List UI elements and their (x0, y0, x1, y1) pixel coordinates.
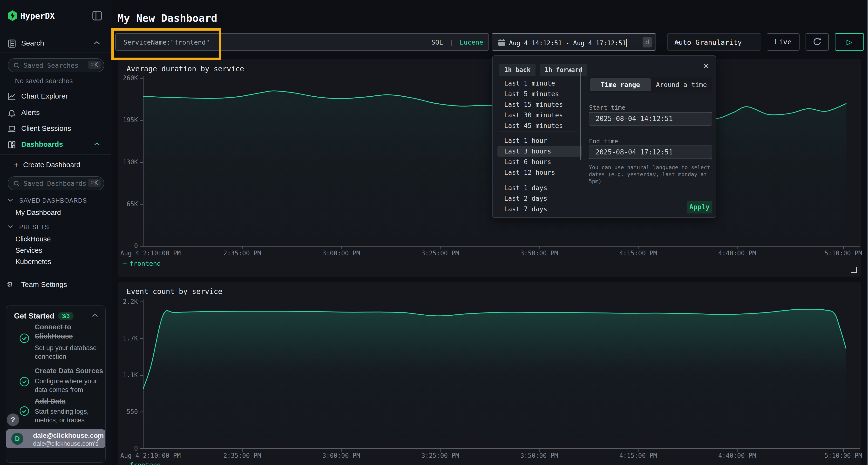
sidebar-item-label: Chart Explorer (21, 92, 68, 100)
time-option-last-12-hours[interactable]: Last 12 hours (497, 167, 582, 178)
sidebar-item-client-sessions[interactable]: Client Sessions (0, 121, 111, 137)
x-axis-tick-label: 4:15:00 PM (612, 452, 665, 459)
y-axis-tick-label: 195K (115, 117, 138, 124)
refresh-button[interactable] (806, 33, 829, 51)
saved-dashboards-section-toggle[interactable]: SAVED DASHBOARDS (7, 197, 87, 204)
close-icon[interactable]: × (703, 60, 709, 72)
chevron-up-icon[interactable] (92, 313, 98, 318)
time-option-last-3-hours[interactable]: Last 3 hours (497, 146, 582, 157)
user-menu[interactable]: D dale@clickhouse.com dale@clickhouse.co… (6, 429, 105, 448)
sidebar-item-label: Search (21, 39, 44, 47)
x-axis-tick-label: 3:00:00 PM (315, 452, 368, 459)
granularity-select[interactable]: Auto Granularity (667, 33, 761, 51)
sidebar-item-chart-explorer[interactable]: Chart Explorer (0, 89, 111, 105)
language-option-lucene[interactable]: Lucene (460, 38, 483, 46)
time-picker-popover: 1h back 1h forward × Last 1 minuteLast 5… (492, 56, 716, 218)
x-axis-tick-label: 5:10:00 PM (817, 250, 868, 257)
preset-services[interactable]: Services (16, 246, 42, 255)
saved-dashboards-placeholder: Saved Dashboards (24, 180, 86, 187)
chart-line-icon (7, 92, 17, 101)
natural-language-hint: You can use natural language to select d… (589, 164, 713, 185)
filter-query-text: ServiceName:"frontend" (123, 38, 210, 46)
tab-time-range[interactable]: Time range (590, 78, 651, 91)
sidebar-item-search[interactable]: Search (0, 36, 111, 52)
sidebar-item-alerts[interactable]: Alerts (0, 105, 111, 121)
y-axis-tick-label: 0 (115, 445, 138, 452)
sidebar-item-dashboards[interactable]: Dashboards (0, 137, 111, 153)
sidebar-collapse-icon[interactable] (92, 10, 102, 21)
sidebar-item-label: Dashboards (21, 140, 63, 148)
series-line-frontend (143, 309, 846, 388)
shift-back-button[interactable]: 1h back (499, 64, 535, 76)
divider (582, 80, 582, 217)
live-button[interactable]: Live (767, 33, 800, 51)
preset-kubernetes[interactable]: Kubernetes (16, 258, 51, 266)
saved-dashboards-input[interactable]: Saved Dashboards ⌘K (8, 176, 104, 190)
time-option-last-6-hours[interactable]: Last 6 hours (497, 157, 582, 167)
calendar-icon (497, 38, 506, 47)
y-axis-tick-label: 130K (115, 159, 138, 166)
apply-button[interactable]: Apply (687, 201, 712, 213)
language-separator: | (450, 38, 453, 46)
tab-around-a-time[interactable]: Around a time (651, 78, 711, 91)
get-started-progress-badge: 3/3 (58, 312, 73, 320)
gear-icon: ⚙ (7, 279, 17, 288)
time-option-last-7-days[interactable]: Last 7 days (497, 204, 582, 214)
query-language-toggle[interactable]: SQL | Lucene (431, 38, 483, 46)
x-axis-start-label: Aug 4 2:10:00 PM (120, 452, 181, 459)
saved-searches-placeholder: Saved Searches (24, 62, 79, 69)
play-button[interactable]: ▷ (835, 33, 864, 51)
task-complete-icon (19, 376, 30, 387)
list-scrollbar[interactable] (580, 69, 581, 160)
chart-legend[interactable]: —frontend (123, 461, 161, 465)
hyperdx-logo-icon (7, 10, 18, 21)
saved-searches-input[interactable]: Saved Searches ⌘K (8, 58, 104, 72)
sidebar-item-team-settings[interactable]: ⚙ Team Settings (0, 277, 111, 293)
y-axis-tick-label: 65K (115, 200, 138, 208)
refresh-icon (812, 37, 823, 47)
start-time-input[interactable]: 2025-08-04 14:12:51 (589, 112, 712, 126)
chevron-down-icon (674, 40, 754, 44)
legend-line-swatch: — (123, 461, 127, 465)
presets-section-toggle[interactable]: PRESETS (7, 224, 49, 231)
end-time-label: End time (589, 138, 618, 145)
end-time-input[interactable]: 2025-08-04 17:12:51 (589, 145, 712, 159)
x-axis-tick-label: 5:10:00 PM (817, 452, 868, 459)
shortcut-badge: ⌘K (88, 179, 101, 187)
user-team: dale@clickhouse.com's (33, 440, 98, 447)
time-range-input[interactable]: Aug 4 14:12:51 - Aug 4 17:12:51 d (492, 33, 656, 51)
text-caret (626, 39, 627, 47)
app-root: HyperDX Search (0, 0, 868, 465)
chart-legend[interactable]: —frontend (123, 260, 161, 267)
time-range-value: Aug 4 14:12:51 - Aug 4 17:12:51 (509, 39, 626, 47)
time-option-last-1-minute[interactable]: Last 1 minute (497, 78, 582, 89)
time-option-last-1-hour[interactable]: Last 1 hour (497, 135, 582, 146)
time-option-last-1-days[interactable]: Last 1 days (497, 182, 582, 193)
time-option-last-14-days[interactable]: Last 14 days (497, 214, 582, 218)
time-unit-badge: d (643, 37, 652, 47)
x-axis-tick-label: 4:40:00 PM (711, 452, 764, 459)
help-button[interactable]: ? (7, 413, 19, 426)
x-axis-start-label: Aug 4 2:10:00 PM (120, 250, 181, 257)
create-dashboard-button[interactable]: + Create Dashboard (0, 159, 111, 171)
search-filter-input[interactable]: ServiceName:"frontend" SQL | Lucene (115, 33, 489, 51)
chevron-up-icon (94, 142, 100, 146)
language-option-sql[interactable]: SQL (431, 38, 443, 46)
preset-clickhouse[interactable]: ClickHouse (16, 235, 51, 243)
time-option-last-2-days[interactable]: Last 2 days (497, 193, 582, 204)
search-icon (13, 180, 20, 187)
legend-series-label: frontend (129, 260, 161, 267)
time-option-last-30-minutes[interactable]: Last 30 minutes (497, 110, 582, 121)
time-option-last-5-minutes[interactable]: Last 5 minutes (497, 89, 582, 99)
x-axis-tick-label: 3:25:00 PM (414, 452, 467, 459)
y-axis-tick-label: 260K (115, 74, 138, 82)
panel-resize-handle[interactable] (851, 267, 857, 273)
time-option-last-15-minutes[interactable]: Last 15 minutes (497, 99, 582, 110)
chevron-up-icon (94, 40, 100, 45)
play-icon: ▷ (846, 36, 852, 47)
saved-dashboard-my-dashboard[interactable]: My Dashboard (16, 209, 61, 217)
chart-panel-average-duration: Average duration by service —frontend 26… (118, 59, 861, 277)
x-axis-tick-label: 3:50:00 PM (513, 250, 566, 257)
x-axis-tick-label: 2:35:00 PM (216, 250, 269, 257)
time-option-last-45-minutes[interactable]: Last 45 minutes (497, 121, 582, 131)
